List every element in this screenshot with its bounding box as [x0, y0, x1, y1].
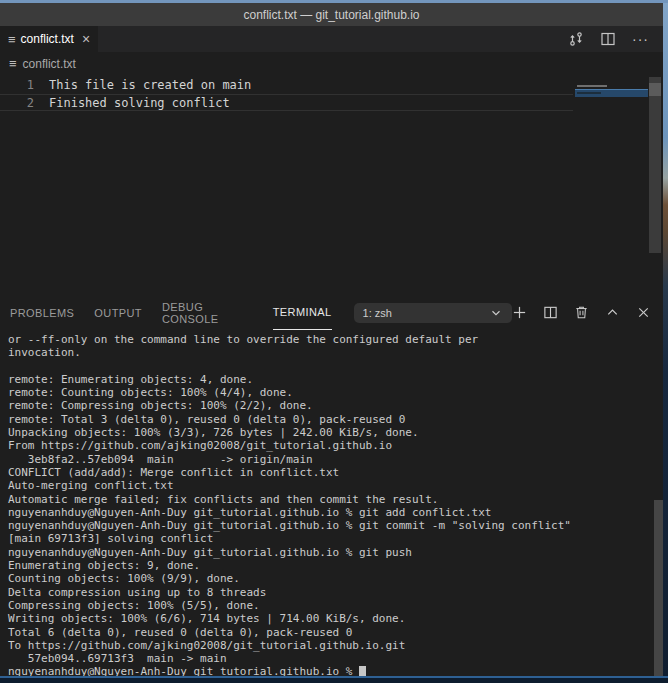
editor-scrollbar-thumb[interactable] [649, 77, 661, 253]
bottom-panel: PROBLEMS OUTPUT DEBUG CONSOLE TERMINAL 1… [0, 295, 663, 676]
terminal-line: nguyenanhduy@Nguyen-Anh-Duy git_tutorial… [8, 506, 649, 519]
panel-header: PROBLEMS OUTPUT DEBUG CONSOLE TERMINAL 1… [0, 295, 663, 330]
split-terminal-icon[interactable] [543, 305, 558, 320]
panel-tabs: PROBLEMS OUTPUT DEBUG CONSOLE TERMINAL [10, 295, 332, 330]
terminal-line: or --ff-only on the command line to over… [8, 333, 649, 346]
terminal-line: CONFLICT (add/add): Merge conflict in co… [8, 466, 649, 479]
minimap-line [577, 85, 607, 87]
more-actions-icon[interactable]: ··· [632, 31, 649, 47]
minimap-viewport[interactable] [575, 89, 648, 97]
tab-terminal[interactable]: TERMINAL [273, 295, 332, 330]
editor-pane[interactable]: 1This file is created on main2Finished s… [0, 75, 663, 295]
breadcrumb-file: conflict.txt [23, 57, 76, 71]
terminal-line: 57eb094..69713f3 main -> main [8, 652, 649, 665]
minimap-line [577, 92, 601, 94]
maximize-panel-icon[interactable] [605, 305, 620, 320]
terminal-line: remote: Compressing objects: 100% (2/2),… [8, 399, 649, 412]
desktop-strip-bottom [0, 676, 668, 683]
code-text: Finished solving conflict [49, 95, 573, 110]
file-icon: ≡ [8, 33, 16, 46]
editor-actions: ··· [568, 26, 663, 52]
terminal-line: From https://github.com/ajking02008/git_… [8, 439, 649, 452]
terminal-line: To https://github.com/ajking02008/git_tu… [8, 639, 649, 652]
chevron-down-icon [489, 306, 503, 320]
line-number: 2 [0, 95, 49, 110]
terminal-cursor [359, 666, 366, 676]
minimap[interactable] [575, 85, 648, 97]
terminal-line: Writing objects: 100% (6/6), 714 bytes |… [8, 612, 649, 625]
open-changes-icon[interactable] [568, 31, 584, 47]
file-icon: ≡ [9, 57, 17, 70]
editor-line[interactable]: 2Finished solving conflict [0, 94, 573, 111]
terminal-session-value: 1: zsh [363, 307, 392, 319]
terminal-line: Counting objects: 100% (9/9), done. [8, 572, 649, 585]
editor-lines: 1This file is created on main2Finished s… [0, 77, 663, 111]
editor-line[interactable]: 1This file is created on main [0, 77, 573, 94]
terminal-line: remote: Counting objects: 100% (4/4), do… [8, 386, 649, 399]
terminal-line: Unpacking objects: 100% (3/3), 726 bytes… [8, 426, 649, 439]
terminal-scrollbar-thumb[interactable] [654, 500, 663, 676]
terminal-line: remote: Enumerating objects: 4, done. [8, 373, 649, 386]
tab-output[interactable]: OUTPUT [94, 295, 142, 330]
tab-debug-console[interactable]: DEBUG CONSOLE [162, 295, 253, 330]
terminal-line [8, 360, 649, 373]
close-tab-icon[interactable]: × [82, 31, 90, 47]
tab-conflict-txt[interactable]: ≡ conflict.txt × [0, 26, 98, 52]
split-editor-icon[interactable] [600, 31, 616, 47]
terminal-line: nguyenanhduy@Nguyen-Anh-Duy git_tutorial… [8, 665, 649, 676]
window-title: conflict.txt — git_tutorial.github.io [243, 8, 419, 22]
panel-actions [512, 305, 653, 320]
terminal-line: Auto-merging conflict.txt [8, 479, 649, 492]
desktop-strip-right [663, 3, 668, 676]
close-panel-icon[interactable] [636, 305, 651, 320]
terminal-line: nguyenanhduy@Nguyen-Anh-Duy git_tutorial… [8, 546, 649, 559]
kill-terminal-icon[interactable] [574, 305, 589, 320]
terminal-line: Enumerating objects: 9, done. [8, 559, 649, 572]
terminal-line: remote: Total 3 (delta 0), reused 0 (del… [8, 413, 649, 426]
new-terminal-icon[interactable] [512, 305, 527, 320]
terminal-line: 3eb8fa2..57eb094 main -> origin/main [8, 453, 649, 466]
terminal-output[interactable]: or --ff-only on the command line to over… [0, 330, 663, 676]
vscode-window: conflict.txt — git_tutorial.github.io ≡ … [0, 3, 663, 676]
terminal-line: Compressing objects: 100% (5/5), done. [8, 599, 649, 612]
terminal-line: [main 69713f3] solving conflict [8, 532, 649, 545]
tab-problems[interactable]: PROBLEMS [10, 295, 74, 330]
terminal-line: Delta compression using up to 8 threads [8, 586, 649, 599]
breadcrumb[interactable]: ≡ conflict.txt [0, 52, 663, 75]
terminal-line: Automatic merge failed; fix conflicts an… [8, 493, 649, 506]
terminal-line: Total 6 (delta 0), reused 0 (delta 0), p… [8, 626, 649, 639]
terminal-line: nguyenanhduy@Nguyen-Anh-Duy git_tutorial… [8, 519, 649, 532]
code-text: This file is created on main [49, 77, 573, 94]
editor-scrollbar[interactable] [649, 75, 661, 293]
tab-label: conflict.txt [21, 32, 74, 46]
editor-scrollbar-highlight [649, 83, 661, 96]
title-bar[interactable]: conflict.txt — git_tutorial.github.io [0, 3, 663, 26]
terminal-line: invocation. [8, 346, 649, 359]
editor-tab-bar: ≡ conflict.txt × ··· [0, 26, 663, 52]
line-number: 1 [0, 77, 49, 94]
terminal-session-select[interactable]: 1: zsh [354, 303, 512, 323]
